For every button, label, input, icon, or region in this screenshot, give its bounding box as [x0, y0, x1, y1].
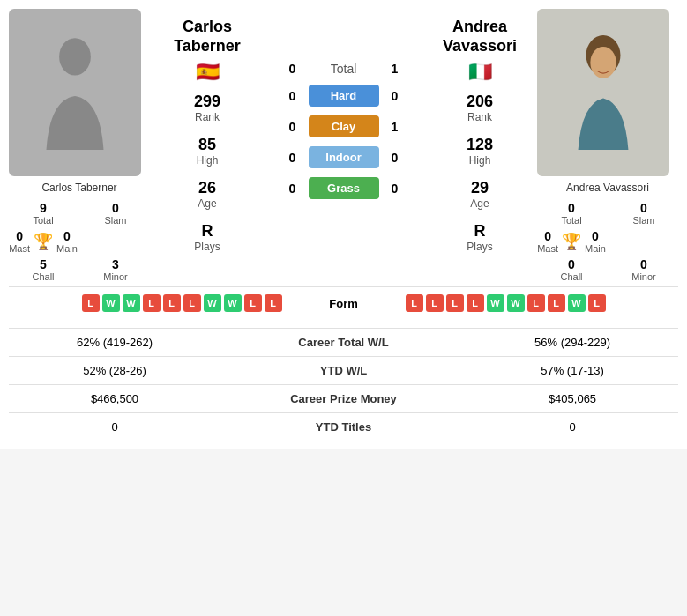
left-high-stat: 85 High	[197, 136, 219, 167]
total-row: 0 Total 1	[284, 62, 404, 76]
top-section: Carlos Taberner 9 Total 0 Slam 0 Mast 🏆	[9, 9, 678, 282]
form-badge: L	[163, 294, 181, 312]
left-plays-stat: R Plays	[194, 222, 220, 253]
form-badge: L	[527, 294, 545, 312]
indoor-surface-btn[interactable]: Indoor	[309, 146, 379, 168]
right-hard-score: 0	[386, 89, 404, 103]
stats-table-row: 52% (28-26) YTD W/L 57% (17-13)	[9, 357, 678, 385]
stat-right-val: 57% (17-13)	[467, 357, 678, 385]
left-indoor-score: 0	[284, 151, 302, 165]
form-badge: W	[123, 294, 140, 312]
right-clay-score: 1	[386, 120, 404, 134]
stat-label: YTD W/L	[220, 357, 467, 385]
stat-right-val: $405,065	[467, 385, 678, 413]
form-badge: W	[102, 294, 120, 312]
left-clay-score: 0	[284, 120, 302, 134]
right-form-badges: LLLLWWLLWL	[406, 294, 606, 312]
form-badge: L	[406, 294, 423, 312]
right-rank-stat: 206 Rank	[467, 93, 493, 123]
right-total-stat: 0 Total	[537, 201, 606, 226]
stats-table-row: $466,500 Career Prize Money $405,065	[9, 385, 678, 413]
stats-table: 62% (419-262) Career Total W/L 56% (294-…	[9, 328, 678, 441]
stat-right-val: 56% (294-229)	[467, 329, 678, 357]
form-badge: W	[507, 294, 525, 312]
form-badge: L	[426, 294, 444, 312]
left-form-badges: LWWLLLWWLL	[82, 294, 282, 312]
stat-right-val: 0	[467, 413, 678, 442]
stats-table-row: 62% (419-262) Career Total W/L 56% (294-…	[9, 329, 678, 357]
right-indoor-score: 0	[386, 151, 404, 165]
form-badge: L	[548, 294, 565, 312]
surface-row-clay: 0 Clay 1	[284, 115, 404, 137]
form-badge: L	[183, 294, 201, 312]
left-chall-stat: 5 Chall	[9, 257, 78, 282]
left-player-fullname: CarlosTaberner	[174, 18, 241, 56]
left-hard-score: 0	[284, 89, 302, 103]
stat-left-val: 52% (28-26)	[9, 357, 220, 385]
right-plays-stat: R Plays	[467, 222, 492, 253]
right-player-fullname: AndreaVavassori	[443, 18, 517, 56]
stat-label: Career Total W/L	[220, 329, 467, 357]
left-player-photo	[9, 9, 141, 176]
stat-left-val: 62% (419-262)	[9, 329, 220, 357]
right-slam-stat: 0 Slam	[609, 201, 678, 226]
stat-left-val: $466,500	[9, 385, 220, 413]
right-trophy-icon: 🏆	[562, 232, 581, 251]
stats-table-row: 0 YTD Titles 0	[9, 413, 678, 442]
form-badge: L	[143, 294, 161, 312]
right-age-stat: 29 Age	[470, 179, 489, 210]
form-badge: L	[467, 294, 484, 312]
form-badge: L	[82, 294, 100, 312]
right-total-score: 1	[386, 62, 404, 76]
left-player-info-col: CarlosTaberner 🇪🇸 299 Rank 85 High 26 Ag…	[150, 9, 265, 265]
left-rank-stat: 299 Rank	[194, 93, 220, 123]
form-badge: L	[244, 294, 262, 312]
form-left: LWWLLLWWLL	[9, 294, 291, 312]
left-total-score: 0	[284, 62, 302, 76]
hard-surface-btn[interactable]: Hard	[309, 85, 379, 107]
left-minor-stat: 3 Minor	[81, 257, 150, 282]
form-badge: L	[446, 294, 464, 312]
clay-surface-btn[interactable]: Clay	[309, 115, 379, 137]
main-container: Carlos Taberner 9 Total 0 Slam 0 Mast 🏆	[0, 0, 687, 449]
form-badge: W	[568, 294, 586, 312]
left-player-name-under: Carlos Taberner	[9, 182, 150, 194]
surface-row-hard: 0 Hard 0	[284, 85, 404, 107]
left-flag: 🇪🇸	[196, 61, 220, 84]
left-total-stat: 9 Total	[9, 201, 78, 226]
form-right: LLLLWWLLWL	[397, 294, 679, 312]
form-badge: W	[204, 294, 221, 312]
right-player-info-col: AndreaVavassori 🇮🇹 206 Rank 128 High 29 …	[422, 9, 537, 265]
left-trophy-icon: 🏆	[34, 232, 53, 251]
form-badge: L	[265, 294, 282, 312]
right-player-photo	[537, 9, 669, 176]
grass-surface-btn[interactable]: Grass	[309, 177, 379, 199]
form-badge: L	[588, 294, 606, 312]
right-mast-trophy-row: 0 Mast 🏆 0 Main	[537, 229, 606, 254]
right-player-photo-col: Andrea Vavassori 0 Total 0 Slam 0 Mast 🏆	[537, 9, 678, 282]
stat-label: YTD Titles	[220, 413, 467, 442]
right-high-stat: 128 High	[467, 136, 493, 167]
right-flag: 🇮🇹	[468, 61, 492, 84]
total-label: Total	[309, 62, 379, 76]
surface-row-grass: 0 Grass 0	[284, 177, 404, 199]
surfaces-col: 0 Total 1 0 Hard 0 0 Clay 1 0 Indoor 0 0	[265, 9, 422, 208]
stat-left-val: 0	[9, 413, 220, 442]
surface-row-indoor: 0 Indoor 0	[284, 146, 404, 168]
form-label: Form	[291, 297, 397, 310]
form-badge: W	[224, 294, 242, 312]
left-player-photo-col: Carlos Taberner 9 Total 0 Slam 0 Mast 🏆	[9, 9, 150, 282]
left-mast-trophy-row: 0 Mast 🏆 0 Main	[9, 229, 78, 254]
right-chall-stat: 0 Chall	[537, 257, 606, 282]
svg-point-0	[59, 38, 91, 75]
left-slam-stat: 0 Slam	[81, 201, 150, 226]
left-age-stat: 26 Age	[198, 179, 216, 210]
form-badge: W	[487, 294, 504, 312]
stat-label: Career Prize Money	[220, 385, 467, 413]
right-grass-score: 0	[386, 182, 404, 196]
right-minor-stat: 0 Minor	[609, 257, 678, 282]
right-player-name-under: Andrea Vavassori	[537, 182, 678, 194]
form-section-row: LWWLLLWWLL Form LLLLWWLLWL	[9, 286, 678, 319]
left-grass-score: 0	[284, 182, 302, 196]
